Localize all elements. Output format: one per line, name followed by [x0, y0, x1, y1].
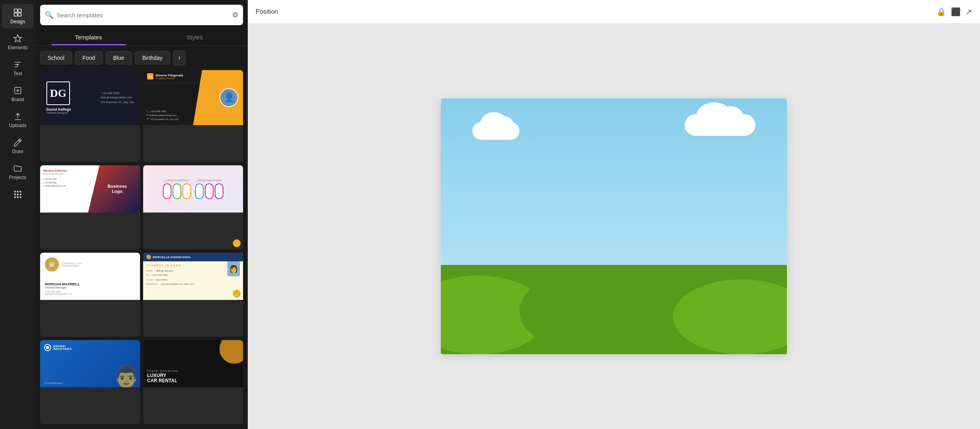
tab-styles[interactable]: Styles [142, 29, 248, 45]
chip-blue[interactable]: Blue [106, 51, 132, 65]
sidebar-item-projects[interactable]: Projects [2, 160, 33, 184]
chips-next-arrow[interactable]: › [173, 50, 186, 65]
svg-rect-14 [20, 196, 21, 198]
template-card-1[interactable]: DG Daniel Gallego Fashion Designer +123-… [40, 70, 140, 162]
search-bar: 🔍 ⚙ [40, 5, 243, 25]
sidebar-item-elements[interactable]: Elements [2, 30, 33, 54]
svg-rect-0 [14, 9, 17, 12]
svg-rect-6 [14, 191, 16, 192]
sidebar: Design Elements T Text Brand Uploads [0, 0, 35, 429]
cloud-2 [685, 114, 755, 136]
main-canvas-area: Position 🔒 ⬛ ↗ [248, 0, 980, 429]
page-title: Position [256, 8, 930, 15]
filter-icon[interactable]: ⚙ [232, 11, 238, 19]
scene-sky [441, 98, 787, 265]
scene-hills [441, 265, 787, 355]
design-icon [13, 8, 22, 17]
svg-rect-11 [20, 194, 21, 195]
svg-rect-10 [17, 194, 18, 195]
premium-badge-4: 👑 [233, 239, 241, 247]
templates-panel: 🔍 ⚙ Templates Styles School Food Blue Bi… [35, 0, 248, 429]
search-icon: 🔍 [45, 11, 53, 19]
premium-badge-6: 👑 [233, 290, 241, 298]
top-bar: Position 🔒 ⬛ ↗ [248, 0, 980, 24]
template-card-3[interactable]: Mariana Anderson Marketing Manager +123-… [40, 165, 140, 250]
svg-rect-1 [18, 9, 21, 12]
sidebar-item-label: Uploads [9, 123, 26, 128]
brand-icon [13, 86, 22, 95]
dg-logo: DG [46, 81, 70, 105]
copy-icon[interactable]: ⬛ [951, 7, 961, 17]
canvas-area [248, 24, 980, 429]
canvas-card [441, 98, 787, 354]
category-chips: School Food Blue Birthday › [35, 46, 248, 70]
dg-contact: +123-456-7890 hello@reallygreatsite.com … [101, 91, 134, 104]
sidebar-item-draw[interactable]: Draw [2, 134, 33, 158]
sidebar-item-uploads[interactable]: Uploads [2, 108, 33, 132]
template-card-4[interactable]: LORNA ALVARADO GRETA MAI EVANS [143, 165, 243, 250]
tab-templates[interactable]: Templates [35, 29, 142, 45]
text-icon: T [13, 60, 22, 69]
template-card-5[interactable]: 🏛 COMPANY LOGO Real Estate Agency MORGAN… [40, 253, 140, 337]
sidebar-item-text[interactable]: T Text [2, 56, 33, 80]
panel-tabs: Templates Styles [35, 29, 248, 46]
svg-rect-7 [17, 191, 18, 192]
svg-rect-12 [14, 196, 16, 198]
uploads-icon [13, 112, 22, 121]
template-card-7[interactable]: AROWAIINDUSTRIES 👨 General Manager [40, 340, 140, 424]
elements-icon [13, 34, 22, 43]
lock-icon[interactable]: 🔒 [936, 7, 946, 17]
svg-rect-3 [18, 13, 21, 16]
sidebar-item-label: Design [10, 19, 25, 24]
svg-rect-2 [14, 13, 17, 16]
chip-food[interactable]: Food [75, 51, 103, 65]
chip-birthday[interactable]: Birthday [135, 51, 170, 65]
svg-rect-9 [14, 194, 16, 195]
sidebar-item-brand[interactable]: Brand [2, 82, 33, 106]
sidebar-item-label: Text [13, 71, 22, 76]
sidebar-item-label: Elements [8, 45, 28, 50]
hill-3 [673, 279, 787, 354]
sidebar-item-label: Projects [9, 175, 26, 180]
projects-icon [13, 164, 22, 173]
share-icon[interactable]: ↗ [965, 7, 972, 17]
cloud-1 [472, 122, 519, 140]
template-card-8[interactable]: Thynk Unlimited LUXURYCAR RENTAL [143, 340, 243, 424]
svg-rect-8 [20, 191, 21, 192]
chip-school[interactable]: School [40, 51, 72, 65]
sidebar-item-label: Brand [11, 97, 24, 102]
sidebar-item-label: Draw [12, 149, 23, 154]
top-bar-icons: 🔒 ⬛ ↗ [936, 7, 972, 17]
hill-2 [519, 268, 677, 354]
dg-info: Daniel Gallego Fashion Designer [46, 107, 71, 114]
template-card-2[interactable]: W Eleanor Fitzgerald Company Position 👤 … [143, 70, 243, 162]
sidebar-item-design[interactable]: Design [2, 4, 33, 28]
svg-text:T: T [17, 63, 19, 68]
apps-icon [13, 190, 22, 199]
search-input[interactable] [57, 12, 229, 18]
draw-icon [13, 138, 22, 147]
svg-rect-13 [17, 196, 18, 198]
sidebar-item-apps[interactable] [2, 186, 33, 203]
templates-grid: DG Daniel Gallego Fashion Designer +123-… [35, 70, 248, 429]
template-card-6[interactable]: BORCELLE HIGHSCHOOL STUDENT ID CARD NAME… [143, 253, 243, 337]
